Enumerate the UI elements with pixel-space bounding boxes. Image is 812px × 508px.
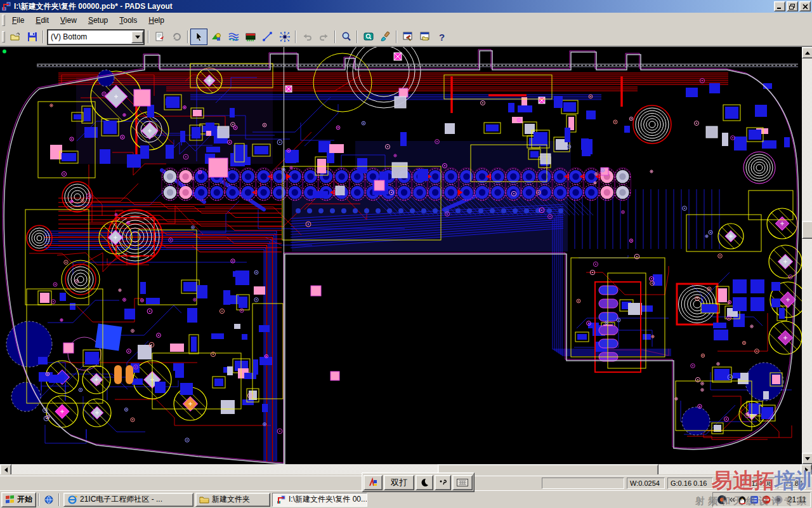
menu-setup[interactable]: Setup — [82, 14, 114, 27]
window-folder-icon — [419, 31, 431, 43]
taskbar: 开始 21IC电子工程师社区 - ... 新建文件夹 I:\新建文件夹\复件 0… — [0, 490, 812, 508]
status-grid: G:0.16 0.16 — [667, 478, 713, 489]
restore-icon — [789, 4, 796, 10]
status-x-coordinate: 114.08 — [743, 478, 775, 489]
save-button[interactable] — [23, 29, 41, 45]
restore-button[interactable] — [787, 1, 798, 11]
dimension-toolbar-button[interactable] — [259, 29, 276, 45]
task-label: 21IC电子工程师社区 - ... — [80, 494, 162, 505]
title-bar: I:\新建文件夹\复件 00000.pcb* - PADS Layout — [0, 0, 812, 13]
close-icon — [802, 4, 808, 10]
menu-edit[interactable]: Edit — [30, 14, 55, 27]
start-button[interactable]: 开始 — [1, 492, 36, 507]
ime-mode-button[interactable]: 双打 — [384, 475, 414, 490]
help-button[interactable]: ? — [433, 29, 450, 45]
menu-view[interactable]: View — [55, 14, 82, 27]
menu-file[interactable]: File — [6, 14, 30, 27]
folder-icon — [199, 495, 209, 505]
component-icon — [245, 31, 256, 43]
start-label: 开始 — [17, 494, 32, 505]
minimize-icon — [776, 4, 783, 10]
arrow-left-icon — [4, 467, 8, 472]
tray-gray-icon[interactable] — [773, 495, 783, 505]
ime-punctuation-button[interactable] — [435, 475, 451, 490]
routes-waves-icon — [228, 31, 239, 43]
repaint-button[interactable] — [377, 29, 394, 45]
toolbar-separator — [187, 30, 188, 43]
status-y-coordinate: 71.84 — [778, 478, 806, 489]
toolbar-separator — [357, 30, 358, 43]
keyboard-icon — [457, 479, 468, 486]
chip-fanout-icon — [279, 31, 291, 43]
eco-mode-button[interactable] — [151, 29, 168, 45]
open-button[interactable] — [6, 29, 23, 45]
bga-toolbar-button[interactable] — [276, 29, 293, 45]
vertical-scrollbar[interactable] — [802, 47, 812, 464]
tray-media-icon[interactable] — [717, 495, 727, 505]
undo-button[interactable] — [298, 29, 315, 45]
chevron-down-icon — [135, 36, 140, 39]
app-icon — [1, 1, 11, 11]
rotate-arrows-icon — [171, 31, 183, 43]
eco-tools-window-button[interactable] — [399, 29, 416, 45]
paintbrush-icon — [380, 31, 391, 43]
moon-icon — [419, 478, 429, 488]
menubar-grip[interactable] — [2, 15, 5, 26]
quick-launch-ie[interactable] — [41, 492, 56, 507]
toolbar-grip[interactable] — [2, 31, 5, 43]
tray-collapse-icon[interactable] — [729, 495, 735, 505]
task-21ic-forum[interactable]: 21IC电子工程师社区 - ... — [63, 493, 193, 507]
board-viewer-button[interactable] — [360, 29, 377, 45]
windows-logo-icon — [5, 495, 15, 505]
routing-toolbar-button[interactable] — [225, 29, 242, 45]
layer-selector-dropdown-button[interactable] — [131, 31, 143, 43]
pcb-canvas[interactable] — [0, 47, 802, 464]
tray-red-icon[interactable] — [761, 495, 771, 505]
drafting-toolbar-button[interactable] — [207, 29, 225, 45]
vertical-scrollbar-thumb[interactable] — [802, 221, 812, 239]
taskbar-separator — [58, 493, 60, 506]
project-explorer-button[interactable] — [416, 29, 433, 45]
window-hammer-icon — [402, 31, 414, 43]
arrow-right-icon — [805, 467, 808, 472]
ime-logo-icon — [368, 478, 378, 488]
redo-button[interactable] — [315, 29, 332, 45]
ime-logo-button[interactable] — [363, 475, 383, 490]
tray-blue-icon[interactable] — [749, 495, 759, 505]
ime-toolbar: 双打 — [362, 472, 475, 492]
layer-selector-value: (V) Bottom — [48, 32, 131, 41]
layer-selector[interactable]: (V) Bottom — [47, 29, 145, 45]
screen-magnifier-icon — [363, 31, 374, 43]
ime-softkeyboard-button[interactable] — [452, 475, 473, 490]
zoom-button[interactable] — [337, 29, 355, 45]
redraw-button[interactable] — [168, 29, 185, 45]
toolbar-separator — [43, 30, 44, 43]
drafting-shapes-icon — [211, 31, 222, 43]
toolbar-separator — [148, 30, 149, 43]
window-title: I:\新建文件夹\复件 00000.pcb* - PADS Layout — [14, 1, 773, 12]
toolbar-separator — [396, 30, 397, 43]
undo-arrow-icon — [301, 31, 313, 43]
task-folder[interactable]: 新建文件夹 — [195, 493, 270, 507]
eco-document-icon — [154, 31, 166, 43]
menu-help[interactable]: Help — [143, 14, 170, 27]
design-toolbar-button[interactable] — [242, 29, 259, 45]
toolbar-separator — [295, 30, 296, 43]
ie-icon — [67, 495, 77, 505]
task-pads-layout[interactable]: I:\新建文件夹\复件 00... — [272, 493, 367, 507]
status-extra-field — [542, 478, 624, 489]
taskbar-separator — [38, 493, 39, 506]
close-button[interactable] — [799, 1, 811, 11]
pointer-arrow-icon — [193, 31, 205, 43]
taskbar-clock[interactable]: 21:11 — [788, 495, 806, 504]
punctuation-icon — [438, 478, 448, 488]
menu-tools[interactable]: Tools — [114, 14, 143, 27]
ime-fullhalf-button[interactable] — [416, 475, 433, 490]
minimize-button[interactable] — [774, 1, 785, 11]
open-folder-icon — [10, 31, 21, 43]
scroll-down-button[interactable] — [802, 453, 812, 464]
scroll-up-button[interactable] — [802, 47, 812, 58]
selection-tool-button[interactable] — [190, 29, 207, 45]
magnifier-icon — [341, 31, 352, 43]
tray-qq-icon[interactable] — [737, 495, 747, 505]
